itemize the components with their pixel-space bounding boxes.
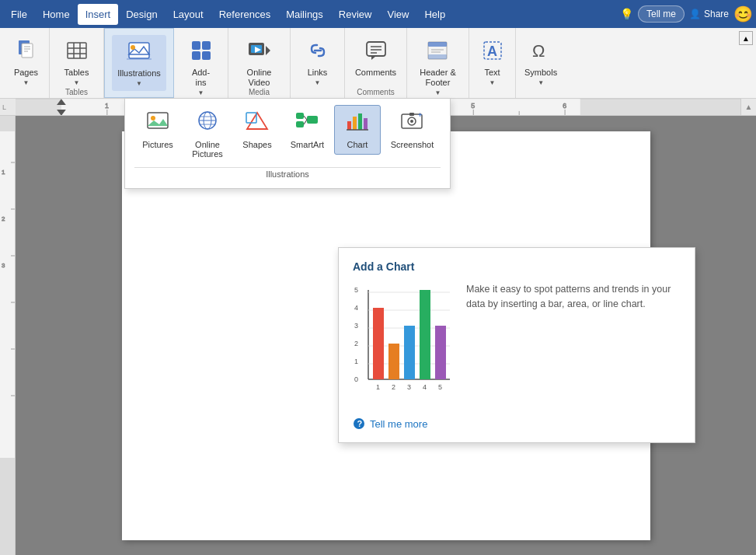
svg-point-12 xyxy=(131,45,135,50)
shapes-label: Shapes xyxy=(242,140,271,149)
svg-rect-14 xyxy=(202,41,211,50)
menu-item-layout[interactable]: Layout xyxy=(165,4,211,25)
svg-rect-28 xyxy=(428,42,447,47)
lightbulb-icon: 💡 xyxy=(620,8,633,20)
menu-item-file[interactable]: File xyxy=(3,4,35,25)
illustrations-dropdown: Pictures OnlinePictures xyxy=(124,98,451,189)
menu-item-mailings[interactable]: Mailings xyxy=(278,4,331,25)
ribbon-group-tables: Tables ▼ Tables xyxy=(50,28,104,98)
symbols-button[interactable]: Ω Symbols ▼ xyxy=(519,34,563,90)
menu-item-references[interactable]: References xyxy=(211,4,278,25)
svg-text:+: + xyxy=(418,111,422,119)
svg-rect-50 xyxy=(347,121,351,130)
text-caret: ▼ xyxy=(489,79,496,86)
chart-description: Make it easy to spot patterns and trends… xyxy=(466,282,681,312)
chart-icon xyxy=(346,110,369,138)
svg-marker-37 xyxy=(148,119,168,126)
table-button[interactable]: Tables ▼ xyxy=(59,34,95,90)
share-button[interactable]: 👤 Share xyxy=(689,9,729,19)
svg-rect-1 xyxy=(22,44,33,58)
svg-text:1: 1 xyxy=(2,169,5,176)
menu-item-review[interactable]: Review xyxy=(331,4,380,25)
table-caret: ▼ xyxy=(74,79,80,86)
table-icon xyxy=(64,38,89,66)
menu-item-home[interactable]: Home xyxy=(35,4,78,25)
tell-me-box[interactable]: Tell me xyxy=(638,5,685,23)
tell-me-more-button[interactable]: ? Tell me more xyxy=(353,417,681,430)
menu-item-insert[interactable]: Insert xyxy=(78,4,119,25)
online-video-label: OnlineVideo xyxy=(247,68,272,88)
symbols-label: Symbols xyxy=(524,68,557,78)
svg-line-48 xyxy=(304,116,307,120)
smartart-button[interactable]: SmartArt xyxy=(284,105,331,155)
svg-text:L: L xyxy=(2,103,6,111)
svg-text:2: 2 xyxy=(2,215,5,222)
chart-button[interactable]: Chart xyxy=(334,105,381,155)
comment-label: Comments xyxy=(355,68,396,78)
svg-rect-22 xyxy=(367,42,385,56)
comment-button[interactable]: Comments xyxy=(350,34,402,82)
links-label: Links xyxy=(308,68,328,78)
symbols-icon: Ω xyxy=(528,38,553,66)
ruler-corner: L xyxy=(0,99,16,115)
svg-rect-114 xyxy=(404,326,415,379)
pages-icon xyxy=(14,38,39,66)
svg-rect-113 xyxy=(388,344,399,379)
illustrations-items: Pictures OnlinePictures xyxy=(134,105,441,164)
online-video-icon xyxy=(247,38,272,66)
screenshot-button[interactable]: + Screenshot xyxy=(384,105,441,155)
text-button[interactable]: A Text ▼ xyxy=(475,34,510,90)
addins-button[interactable]: Add-ins ▼ xyxy=(183,34,219,100)
svg-point-36 xyxy=(151,116,155,120)
comments-group-label: Comments xyxy=(345,88,406,96)
svg-text:1: 1 xyxy=(105,101,109,109)
addins-icon xyxy=(189,38,214,66)
ribbon-group-symbols: Ω Symbols ▼ xyxy=(516,28,566,98)
pages-caret: ▼ xyxy=(23,79,30,86)
svg-marker-18 xyxy=(266,46,270,55)
svg-text:2: 2 xyxy=(354,340,358,347)
svg-rect-51 xyxy=(353,117,357,130)
illustrations-icon xyxy=(127,39,152,67)
svg-text:1: 1 xyxy=(376,383,380,391)
menu-item-view[interactable]: View xyxy=(379,4,416,25)
ribbon-group-illustrations: Illustrations ▼ xyxy=(104,28,174,98)
pictures-button[interactable]: Pictures xyxy=(134,105,181,155)
links-caret: ▼ xyxy=(315,79,321,86)
ribbon-collapse-button[interactable]: ▲ xyxy=(739,31,753,45)
svg-marker-43 xyxy=(247,113,267,129)
online-video-button[interactable]: OnlineVideo xyxy=(242,34,277,92)
svg-rect-115 xyxy=(420,290,430,379)
illustrations-group-label: Illustrations xyxy=(134,167,441,182)
svg-rect-58 xyxy=(409,113,414,116)
chart-tooltip: Add a Chart 0 1 2 3 4 5 xyxy=(338,247,695,443)
svg-text:?: ? xyxy=(357,419,363,428)
screenshot-label: Screenshot xyxy=(391,140,434,149)
menu-item-help[interactable]: Help xyxy=(416,4,453,25)
pages-button[interactable]: Pages ▼ xyxy=(9,34,44,90)
links-button[interactable]: Links ▼ xyxy=(300,34,336,90)
svg-rect-47 xyxy=(307,116,318,124)
symbols-caret: ▼ xyxy=(538,79,544,86)
ribbon-main: Pages ▼ T xyxy=(0,28,756,98)
svg-rect-5 xyxy=(68,43,86,58)
shapes-button[interactable]: Shapes xyxy=(234,105,280,155)
online-pictures-button[interactable]: OnlinePictures xyxy=(184,105,231,164)
svg-text:Ω: Ω xyxy=(532,41,545,61)
svg-rect-45 xyxy=(296,113,304,119)
menu-item-design[interactable]: Design xyxy=(118,4,165,25)
svg-rect-15 xyxy=(192,51,200,60)
ruler-collapse-button[interactable]: ▲ xyxy=(740,99,756,116)
svg-rect-65 xyxy=(580,99,740,115)
addins-label: Add-ins xyxy=(192,68,210,88)
svg-rect-46 xyxy=(296,121,304,127)
header-footer-caret: ▼ xyxy=(435,89,441,96)
header-footer-button[interactable]: Header &Footer ▼ xyxy=(414,34,461,100)
ribbon-group-links: Links ▼ xyxy=(291,28,345,98)
svg-point-57 xyxy=(410,120,413,123)
text-label: Text xyxy=(484,68,500,78)
pictures-label: Pictures xyxy=(142,140,173,149)
illustrations-button[interactable]: Illustrations ▼ xyxy=(112,35,166,91)
svg-text:4: 4 xyxy=(354,304,358,312)
svg-rect-53 xyxy=(364,118,368,130)
